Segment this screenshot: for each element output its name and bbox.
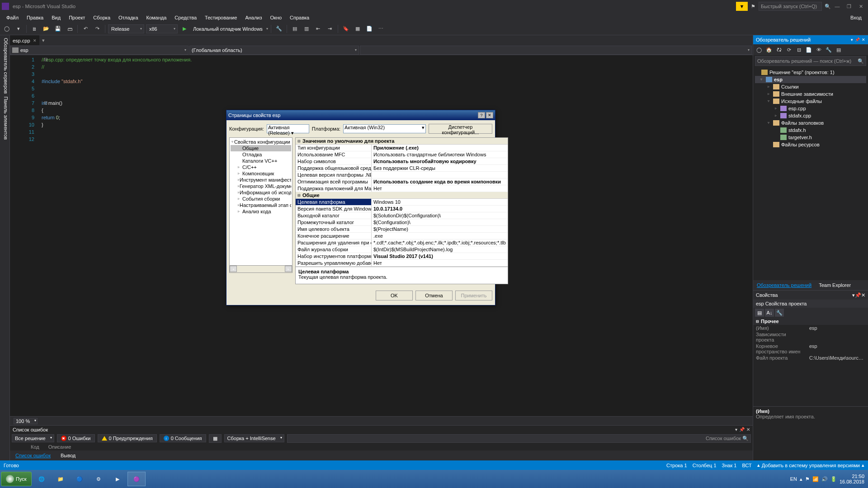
- warnings-pill[interactable]: 0 Предупреждения: [98, 434, 157, 442]
- tab-team-explorer[interactable]: Team Explorer: [815, 282, 854, 289]
- grid-row[interactable]: Версия пакета SDK для Windows10.0.17134.…: [296, 206, 508, 212]
- grid-row[interactable]: Набор инструментов платформыVisual Studi…: [296, 253, 508, 260]
- home-icon[interactable]: 🏠: [765, 46, 773, 54]
- tree-item[interactable]: ▹Компоновщик: [231, 170, 291, 177]
- alpha-icon[interactable]: A↓: [765, 309, 774, 317]
- dialog-help-button[interactable]: ?: [478, 112, 485, 118]
- menu-project[interactable]: Проект: [65, 14, 89, 21]
- menu-file[interactable]: Файл: [3, 14, 22, 21]
- menu-view[interactable]: Вид: [48, 14, 64, 21]
- dialog-titlebar[interactable]: Страницы свойств esp ? ✕: [226, 110, 495, 120]
- taskbar-explorer-icon[interactable]: 📁: [52, 472, 70, 486]
- tab-icon[interactable]: ▦: [353, 24, 363, 34]
- search-icon[interactable]: 🔍: [825, 4, 831, 9]
- bookmark-icon[interactable]: 🔖: [341, 24, 351, 34]
- taskbar-clock[interactable]: 21:5016.08.2018: [840, 474, 864, 484]
- apply-button[interactable]: Применить: [455, 291, 492, 300]
- cancel-button[interactable]: Отмена: [415, 291, 453, 300]
- props-category[interactable]: ⊟Прочее: [753, 318, 868, 325]
- play-icon[interactable]: ▶: [179, 24, 189, 34]
- close-tab-icon[interactable]: ✕: [33, 38, 37, 43]
- tree-item[interactable]: Каталоги VC++: [231, 158, 291, 164]
- grid-row[interactable]: Использование MFCИспользовать стандартны…: [296, 151, 508, 158]
- start-button[interactable]: Пуск: [1, 472, 32, 486]
- grid-row[interactable]: Оптимизация всей программыИспользовать с…: [296, 178, 508, 185]
- menu-build[interactable]: Сборка: [90, 14, 114, 21]
- context-combo[interactable]: (Глобальная область): [189, 46, 359, 55]
- solution-tree[interactable]: Решение "esp" (проектов: 1) ▿esp ▹Ссылки…: [753, 67, 868, 280]
- collapse-icon[interactable]: ⊟: [795, 46, 803, 54]
- preview-icon[interactable]: ▤: [835, 46, 843, 54]
- close-button[interactable]: ✕: [855, 2, 866, 11]
- notification-icon[interactable]: ▼: [736, 2, 748, 11]
- back-icon[interactable]: ◯: [755, 46, 763, 54]
- panel-arrow-icon[interactable]: ▾: [851, 38, 853, 42]
- save-all-button[interactable]: 🗃: [65, 24, 75, 34]
- panel-options-icon[interactable]: ▾: [735, 427, 737, 432]
- more-icon[interactable]: ⋯: [376, 24, 386, 34]
- grid-row[interactable]: Имя целевого объекта$(ProjectName): [296, 226, 508, 233]
- property-row[interactable]: Файл проектаC:\Users\Mехди\source\repos\…: [753, 355, 868, 361]
- tray-network-icon[interactable]: 📶: [812, 476, 819, 482]
- new-tab-button[interactable]: ▾: [39, 35, 47, 45]
- grid-row[interactable]: Поддержка общеязыковой среды выполненияБ…: [296, 165, 508, 172]
- taskbar-chrome-icon[interactable]: 🔵: [71, 472, 89, 486]
- view-icon[interactable]: 👁: [815, 46, 823, 54]
- outdent-icon[interactable]: ⇤: [313, 24, 323, 34]
- grid-row[interactable]: Промежуточный каталог$(Configuration)\: [296, 219, 508, 226]
- build-filter-combo[interactable]: Сборка + IntelliSense: [224, 434, 284, 442]
- tab-error-list[interactable]: Список ошибок: [13, 452, 53, 459]
- tree-scrollbar[interactable]: ◂▸: [229, 266, 292, 273]
- grid-category[interactable]: ⊟Общие: [296, 192, 508, 199]
- tree-item[interactable]: Отладка: [231, 151, 291, 158]
- dialog-property-grid[interactable]: ⊟Значения по умолчанию для проектаТип ко…: [295, 137, 508, 267]
- signin-button[interactable]: Вход: [847, 14, 865, 21]
- redo-button[interactable]: ↷: [92, 24, 102, 34]
- config-combo[interactable]: Release: [108, 24, 144, 33]
- error-search-input[interactable]: Список ошибок 🔍: [287, 434, 751, 443]
- grid-row[interactable]: Выходной каталог$(SolutionDir)$(Configur…: [296, 212, 508, 219]
- undo-button[interactable]: ↶: [80, 24, 90, 34]
- menu-debug[interactable]: Отладка: [115, 14, 142, 21]
- panel-close-icon[interactable]: ✕: [862, 38, 865, 42]
- tab-esp-cpp[interactable]: esp.cpp✕: [10, 35, 39, 45]
- platform-combo[interactable]: x86: [146, 24, 178, 33]
- menu-tools[interactable]: Средства: [171, 14, 200, 21]
- member-combo[interactable]: [360, 46, 752, 55]
- sync-icon[interactable]: 🗘: [775, 46, 783, 54]
- tree-item[interactable]: ▹Настраиваемый этап сборки: [231, 202, 291, 208]
- dialog-config-combo[interactable]: Активная (Release) ▾: [267, 124, 309, 133]
- save-button[interactable]: 💾: [53, 24, 63, 34]
- panel-pin-icon[interactable]: 📌: [739, 427, 745, 432]
- dialog-tree[interactable]: ▿Свойства конфигурацииОбщиеОтладкаКатало…: [229, 137, 292, 266]
- menu-window[interactable]: Окно: [267, 14, 286, 21]
- open-file-button[interactable]: 📂: [41, 24, 51, 34]
- grid-row[interactable]: Файл журнала сборки$(IntDir)$(MSBuildPro…: [296, 246, 508, 253]
- uncomment-icon[interactable]: ▥: [302, 24, 311, 34]
- language-indicator[interactable]: EN: [790, 476, 797, 482]
- tool-icon[interactable]: 🔧: [274, 24, 284, 34]
- nav-back-button[interactable]: ◯: [2, 24, 12, 34]
- grid-row[interactable]: Целевая версия платформы .NET Framework: [296, 172, 508, 178]
- doc-icon[interactable]: 📄: [364, 24, 374, 34]
- feedback-flag-icon[interactable]: ⚑: [749, 2, 758, 11]
- minimize-button[interactable]: —: [832, 2, 843, 11]
- menu-analyze[interactable]: Анализ: [241, 14, 265, 21]
- tree-item[interactable]: ▿Свойства конфигурации: [231, 139, 291, 145]
- tree-item[interactable]: ▹Информация об исходном коде: [231, 189, 291, 196]
- indent-icon[interactable]: ⇥: [325, 24, 335, 34]
- scope-combo[interactable]: esp: [10, 46, 189, 55]
- comment-icon[interactable]: ▤: [290, 24, 300, 34]
- property-row[interactable]: Корневое пространство именesp: [753, 343, 868, 355]
- props-pages-icon[interactable]: 🔧: [775, 309, 784, 317]
- panel-pin-icon[interactable]: 📌: [855, 38, 860, 42]
- grid-category[interactable]: ⊟Значения по умолчанию для проекта: [296, 138, 508, 145]
- debug-target[interactable]: Локальный отладчик Windows: [191, 26, 264, 32]
- refresh-icon[interactable]: ⟳: [785, 46, 793, 54]
- tray-expand-icon[interactable]: ▴: [800, 476, 802, 482]
- tree-item[interactable]: ▹C/C++: [231, 164, 291, 170]
- nav-fwd-button[interactable]: ▾: [14, 24, 24, 34]
- panel-close-icon[interactable]: ✕: [746, 427, 750, 432]
- zoom-combo[interactable]: 100 %: [14, 418, 38, 424]
- categorize-icon[interactable]: ▤: [755, 309, 764, 317]
